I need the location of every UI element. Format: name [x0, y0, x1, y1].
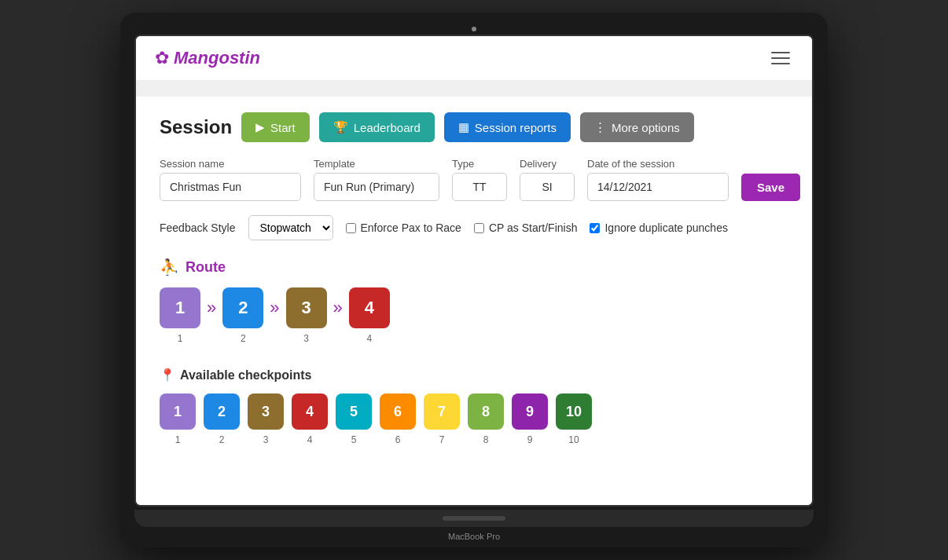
save-button[interactable]: Save — [741, 174, 800, 201]
date-label: Date of the session — [587, 158, 729, 170]
cp-start-finish-group: CP as Start/Finish — [474, 221, 578, 234]
pin-icon: 📍 — [160, 368, 175, 382]
checkpoint-node[interactable]: 22 — [204, 393, 240, 445]
checkpoint-node[interactable]: 66 — [380, 393, 416, 445]
checkpoint-node[interactable]: 33 — [248, 393, 284, 445]
route-person-icon: ⛹ — [160, 258, 179, 276]
checkpoint-node[interactable]: 44 — [292, 393, 328, 445]
type-input[interactable] — [452, 173, 507, 201]
feedback-style-label: Feedback Style — [160, 221, 236, 234]
type-group: Type — [452, 158, 507, 201]
checkpoint-node[interactable]: 1010 — [556, 393, 592, 445]
route-node[interactable]: 33 — [286, 287, 327, 344]
feedback-style-select[interactable]: Stopwatch Live None — [248, 215, 333, 240]
route-node[interactable]: 22 — [222, 287, 263, 344]
play-icon: ▶ — [255, 120, 265, 134]
cp-start-finish-label: CP as Start/Finish — [489, 221, 578, 234]
enforce-pax-group: Enforce Pax to Race — [346, 221, 461, 234]
more-options-button[interactable]: ⋮ More options — [580, 112, 694, 142]
checkpoints-section-title: 📍 Available checkpoints — [160, 368, 788, 382]
leaderboard-button[interactable]: 🏆 Leaderboard — [319, 112, 435, 142]
cp-start-finish-checkbox[interactable] — [474, 223, 484, 233]
enforce-pax-checkbox[interactable] — [346, 223, 356, 233]
session-reports-button[interactable]: ▦ Session reports — [444, 112, 571, 142]
template-input[interactable] — [314, 173, 439, 201]
dots-icon: ⋮ — [594, 120, 606, 134]
route-node[interactable]: 11 — [160, 287, 200, 344]
route-section-title: ⛹ Route — [160, 258, 788, 276]
trophy-icon: 🏆 — [333, 120, 348, 134]
delivery-input[interactable] — [520, 173, 575, 201]
enforce-pax-label: Enforce Pax to Race — [361, 221, 461, 234]
ignore-duplicates-checkbox[interactable] — [590, 223, 600, 233]
checkpoint-node[interactable]: 99 — [512, 393, 548, 445]
logo: ✿ Mangostin — [155, 48, 260, 68]
template-group: Template — [314, 158, 439, 201]
route-arrow-icon: » — [270, 298, 279, 318]
checkpoint-node[interactable]: 77 — [424, 393, 460, 445]
checkpoint-node[interactable]: 55 — [336, 393, 372, 445]
template-label: Template — [314, 158, 439, 170]
route-node[interactable]: 44 — [349, 287, 390, 344]
route-arrow-icon: » — [333, 298, 343, 318]
checkpoints-row: 1122334455667788991010 — [160, 393, 788, 445]
page-title: Session — [160, 116, 232, 138]
session-name-label: Session name — [160, 158, 301, 170]
checkpoint-node[interactable]: 11 — [160, 393, 196, 445]
logo-text: Mangostin — [174, 48, 260, 68]
grid-icon: ▦ — [458, 120, 469, 134]
checkpoint-node[interactable]: 88 — [468, 393, 504, 445]
date-input[interactable] — [587, 173, 729, 201]
macbook-label: MacBook Pro — [134, 527, 814, 547]
type-label: Type — [452, 158, 507, 170]
route-arrow-icon: » — [207, 298, 216, 318]
logo-icon: ✿ — [155, 48, 169, 68]
delivery-label: Delivery — [520, 158, 575, 170]
delivery-group: Delivery — [520, 158, 575, 201]
hamburger-menu[interactable] — [768, 46, 793, 71]
start-button[interactable]: ▶ Start — [241, 112, 310, 142]
session-name-input[interactable] — [160, 173, 301, 201]
ignore-duplicates-label: Ignore duplicate punches — [604, 221, 727, 234]
route-nodes: 11»22»33»44 — [160, 287, 788, 344]
ignore-duplicates-group: Ignore duplicate punches — [590, 221, 727, 234]
date-group: Date of the session — [587, 158, 729, 201]
session-name-group: Session name — [160, 158, 301, 201]
